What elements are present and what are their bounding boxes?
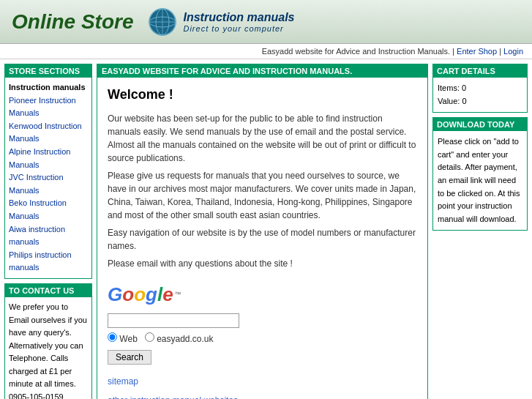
contact-body: We prefer you to Email ourselves if you … bbox=[5, 297, 91, 399]
radio-web[interactable] bbox=[108, 332, 117, 342]
intro-paragraph-4: Please email with any questions about th… bbox=[108, 257, 417, 270]
download-body: Please click on "add to cart" and enter … bbox=[433, 131, 527, 230]
google-logo: Google ™ bbox=[108, 280, 417, 309]
sidebar-link-beko[interactable]: Beko Instruction Manuals bbox=[9, 197, 88, 223]
download-header: DOWNLOAD TODAY bbox=[433, 118, 527, 131]
sidebar-link-philips[interactable]: Philips instruction manuals bbox=[9, 249, 88, 275]
main-layout: STORE SECTIONS Instruction manuals Pione… bbox=[0, 59, 532, 399]
other-sites-link[interactable]: other instruction manual websites bbox=[108, 394, 417, 399]
site-logo-text: Online Store bbox=[12, 10, 133, 34]
google-trademark: ™ bbox=[175, 290, 181, 300]
sidebar-link-aiwa[interactable]: Aiwa instruction manuals bbox=[9, 223, 88, 249]
contact-panel: TO CONTACT US We prefer you to Email our… bbox=[4, 283, 92, 399]
intro-paragraph-3: Easy navigation of our website is by the… bbox=[108, 226, 417, 253]
radio-easyadd[interactable] bbox=[145, 332, 154, 342]
cart-header: CART DETAILS bbox=[433, 64, 527, 78]
cart-value: Value: 0 bbox=[438, 95, 522, 108]
sidebar-link-alpine[interactable]: Alpine Instruction Manuals bbox=[9, 146, 88, 171]
globe-icon bbox=[148, 7, 177, 37]
sidebar-link-pioneer[interactable]: Pioneer Instruction Manuals bbox=[9, 94, 88, 120]
page-header: Online Store Instruction manuals Direct … bbox=[0, 0, 532, 44]
store-sections-panel: STORE SECTIONS Instruction manuals Pione… bbox=[4, 64, 92, 279]
search-input[interactable] bbox=[108, 313, 239, 328]
login-link[interactable]: Login bbox=[503, 47, 523, 56]
right-sidebar: CART DETAILS Items: 0 Value: 0 DOWNLOAD … bbox=[432, 64, 528, 399]
top-nav-info: Easyadd website for Advice and Instructi… bbox=[262, 47, 454, 56]
search-button[interactable]: Search bbox=[108, 350, 151, 365]
radio-easyadd-label[interactable]: easyadd.co.uk bbox=[145, 332, 214, 346]
left-sidebar: STORE SECTIONS Instruction manuals Pione… bbox=[4, 64, 92, 399]
sidebar-link-instruction-manuals[interactable]: Instruction manuals bbox=[9, 81, 88, 94]
top-navigation: Easyadd website for Advice and Instructi… bbox=[0, 44, 532, 59]
download-text: Please click on "add to cart" and enter … bbox=[438, 137, 520, 223]
center-panel-header: EASYADD WEBSITE FOR ADVICE AND INSTRUCTI… bbox=[97, 64, 427, 78]
contact-phone: 0905-105-0159 bbox=[9, 392, 64, 399]
contact-text: We prefer you to Email ourselves if you … bbox=[9, 302, 87, 389]
center-panel-body: Welcome ! Our website has been set-up fo… bbox=[97, 78, 427, 399]
intro-paragraph-1: Our website has been set-up for the publ… bbox=[108, 112, 417, 165]
enter-shop-link[interactable]: Enter Shop bbox=[457, 47, 497, 56]
cart-body: Items: 0 Value: 0 bbox=[433, 78, 527, 112]
sitemap-link[interactable]: sitemap bbox=[108, 375, 417, 388]
sidebar-link-jvc[interactable]: JVC Instruction Manuals bbox=[9, 171, 88, 197]
radio-options: Web easyadd.co.uk bbox=[108, 332, 417, 346]
google-logo-text: Google bbox=[108, 280, 173, 309]
brand-title: Instruction manuals bbox=[183, 11, 294, 24]
radio-web-label[interactable]: Web bbox=[108, 332, 138, 346]
sidebar-link-kenwood[interactable]: Kenwood Instruction Manuals bbox=[9, 120, 88, 146]
cart-panel: CART DETAILS Items: 0 Value: 0 bbox=[432, 64, 528, 113]
welcome-heading: Welcome ! bbox=[108, 85, 417, 105]
brand-subtitle: Direct to your computer bbox=[183, 24, 294, 33]
center-content-panel: EASYADD WEBSITE FOR ADVICE AND INSTRUCTI… bbox=[97, 64, 428, 399]
download-panel: DOWNLOAD TODAY Please click on "add to c… bbox=[432, 117, 528, 231]
intro-paragraph-2: Please give us requests for manuals that… bbox=[108, 169, 417, 222]
contact-header: TO CONTACT US bbox=[5, 284, 91, 297]
cart-items: Items: 0 bbox=[438, 82, 522, 95]
store-sections-body: Instruction manuals Pioneer Instruction … bbox=[5, 78, 91, 278]
google-search-area: Google ™ Web easyadd.co.uk Search bbox=[108, 280, 417, 365]
store-sections-header: STORE SECTIONS bbox=[5, 64, 91, 78]
brand-logo: Instruction manuals Direct to your compu… bbox=[148, 7, 294, 37]
brand-text-area: Instruction manuals Direct to your compu… bbox=[183, 11, 294, 33]
